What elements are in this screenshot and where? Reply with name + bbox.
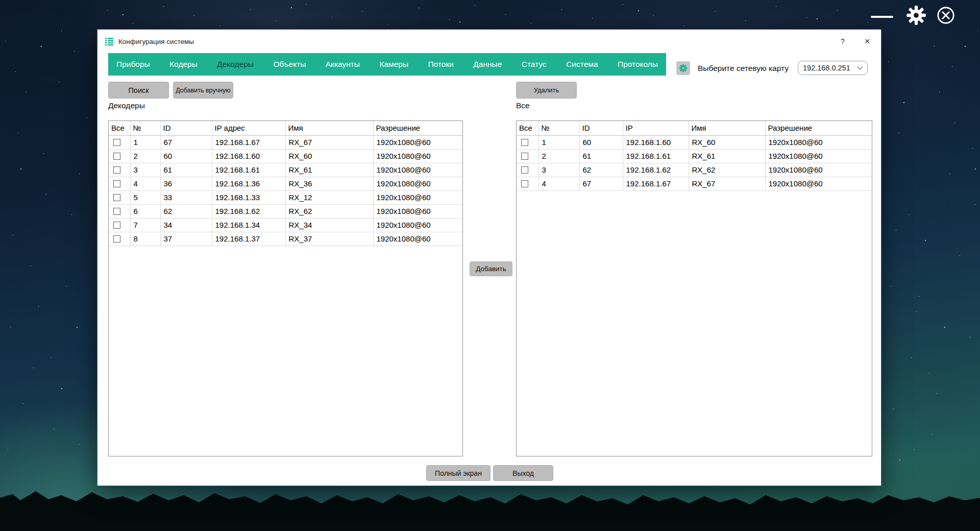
table-cell: 1920x1080@60 [765,163,872,177]
decoders-table: Все№IDIP адресИмяРазрешение167192.168.1.… [108,120,463,456]
row-checkbox[interactable] [113,180,120,187]
table-row: 436192.168.1.36RX_361920x1080@60 [109,177,462,190]
checkbox-cell [109,190,130,204]
table-row: 362192.168.1.62RX_621920x1080@60 [517,163,872,177]
minimize-icon[interactable] [871,16,893,18]
table-cell: 37 [160,232,212,246]
close-icon[interactable] [936,6,955,25]
table-cell: 192.168.1.62 [623,163,689,177]
row-checkbox[interactable] [521,153,528,160]
table-cell: 61 [160,163,212,177]
chevron-down-icon [856,66,863,70]
row-checkbox[interactable] [113,222,120,229]
table-cell: 8 [130,232,160,246]
table-cell: 1920x1080@60 [373,177,462,190]
table-cell: 192.168.1.62 [212,204,285,218]
column-header: Имя [285,121,373,135]
table-cell: 33 [160,190,212,204]
table-cell: 61 [579,149,623,163]
table-cell: 5 [130,190,160,204]
tab-Декодеры[interactable]: Декодеры [217,60,254,69]
table-cell: 192.168.1.61 [212,163,285,177]
column-header: IP адрес [212,121,285,135]
tab-Статус[interactable]: Статус [522,60,547,69]
tab-Приборы[interactable]: Приборы [116,60,150,69]
row-checkbox[interactable] [113,166,120,174]
row-checkbox[interactable] [113,153,120,160]
table-cell: 1920x1080@60 [373,204,462,218]
tab-Система[interactable]: Система [566,60,598,69]
table-cell: 192.168.1.60 [623,135,689,149]
help-button[interactable]: ? [834,34,851,49]
table-cell: 4 [538,177,579,190]
tab-Данные[interactable]: Данные [473,60,502,69]
table-cell: 1920x1080@60 [765,149,872,163]
nav-tabbar: ПриборыКодерыДекодерыОбъектыАккаунтыКаме… [108,53,666,76]
delete-button[interactable]: Удалить [516,82,577,99]
table-cell: 1920x1080@60 [373,232,462,246]
row-checkbox[interactable] [521,166,528,174]
tab-Аккаунты[interactable]: Аккаунты [326,60,360,69]
network-card-label: Выберите сетевую карту [698,61,789,75]
column-header: ID [160,121,212,135]
row-checkbox[interactable] [113,139,120,146]
table-cell: RX_67 [689,177,765,190]
add-manual-button[interactable]: Добавить вручную [173,82,233,99]
table-cell: RX_37 [285,232,373,246]
table-cell: 1920x1080@60 [373,218,462,232]
row-checkbox[interactable] [521,139,528,146]
table-cell: 1 [538,135,579,149]
column-header: ID [579,121,623,135]
tab-Потоки[interactable]: Потоки [428,60,454,69]
table-cell: RX_60 [689,135,765,149]
checkbox-cell [109,163,130,177]
table-cell: RX_67 [285,135,373,149]
row-checkbox[interactable] [521,180,528,187]
window-close-button[interactable]: ✕ [859,34,876,49]
row-checkbox[interactable] [113,208,120,215]
table-cell: 192.168.1.67 [623,177,689,190]
table-cell: 192.168.1.37 [212,232,285,246]
table-cell: 36 [160,177,212,190]
tab-Протоколы[interactable]: Протоколы [618,60,658,69]
table-cell: 2 [130,149,160,163]
table-cell: 192.168.1.33 [212,190,285,204]
exit-button[interactable]: Выход [493,465,553,481]
table-cell: 3 [130,163,160,177]
starfield-bright [0,0,1,1]
table-cell: 7 [130,218,160,232]
table-cell: 1920x1080@60 [765,177,872,190]
tab-Объекты[interactable]: Объекты [273,60,306,69]
fullscreen-button[interactable]: Полный экран [426,465,491,481]
network-settings-button[interactable] [676,61,690,75]
search-button[interactable]: Поиск [108,82,169,99]
table-cell: RX_12 [285,190,373,204]
checkbox-cell [517,163,538,177]
table-cell: 1920x1080@60 [765,135,872,149]
tab-Камеры[interactable]: Камеры [379,60,408,69]
table-row: 837192.168.1.37RX_371920x1080@60 [109,232,462,246]
table-cell: RX_62 [689,163,765,177]
table-cell: 1920x1080@60 [373,135,462,149]
table-row: 260192.168.1.60RX_601920x1080@60 [109,149,462,163]
table-cell: RX_61 [285,163,373,177]
row-checkbox[interactable] [113,194,120,201]
tab-Кодеры[interactable]: Кодеры [169,60,198,69]
table-cell: 62 [579,163,623,177]
table-row: 361192.168.1.61RX_611920x1080@60 [109,163,462,177]
table-cell: RX_34 [285,218,373,232]
row-checkbox[interactable] [113,235,120,243]
table-cell: 4 [130,177,160,190]
gear-icon[interactable] [905,5,927,26]
column-header: IP [623,121,689,135]
table-row: 167192.168.1.67RX_671920x1080@60 [109,135,462,149]
network-card-select[interactable]: 192.168.0.251 [798,61,868,75]
table-cell: 192.168.1.67 [212,135,285,149]
add-button[interactable]: Добавить [470,261,512,276]
table-cell: 1 [130,135,160,149]
table-cell: 62 [160,204,212,218]
checkbox-cell [109,177,130,190]
checkbox-cell [109,149,130,163]
table-cell: 1920x1080@60 [373,190,462,204]
checkbox-cell [517,135,538,149]
